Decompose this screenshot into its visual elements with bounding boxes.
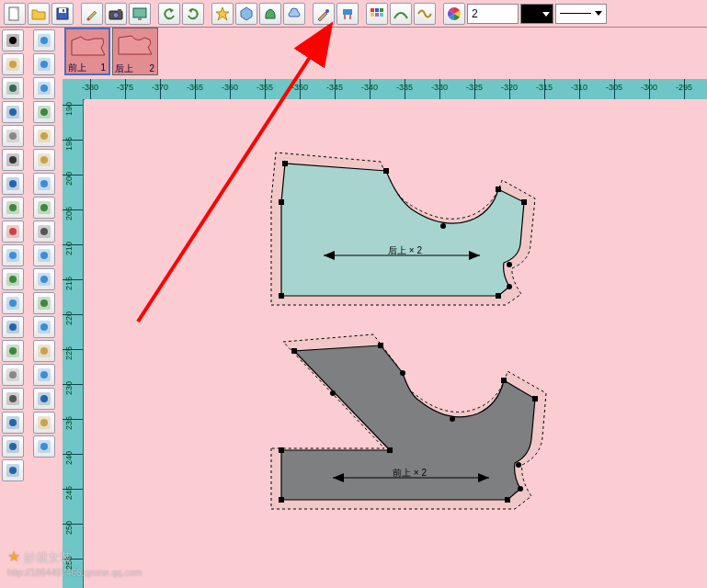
mirror-button[interactable] — [33, 292, 55, 314]
camera-button[interactable] — [105, 3, 127, 25]
svg-point-40 — [9, 228, 17, 235]
drawing-canvas[interactable]: 后上 × 2 — [85, 99, 707, 588]
ruler-h-tick: -315 — [544, 79, 545, 99]
pencil-button[interactable] — [2, 53, 24, 75]
svg-rect-9 — [138, 17, 142, 20]
pocket-button[interactable] — [33, 53, 55, 75]
ruler-v-tick: 255 — [63, 559, 83, 560]
svg-rect-17 — [375, 8, 379, 12]
tool-blue-button[interactable] — [336, 3, 359, 25]
svg-rect-103 — [282, 161, 288, 166]
piece-curve-button[interactable] — [33, 316, 55, 338]
paint-button[interactable] — [81, 3, 103, 25]
piece-blue-button[interactable] — [33, 29, 55, 51]
dart-button[interactable] — [33, 125, 55, 147]
glasses-button[interactable] — [2, 149, 24, 171]
polygon-tool-button[interactable] — [235, 3, 257, 25]
star-tool-button[interactable] — [211, 3, 234, 25]
svg-point-118 — [400, 370, 405, 376]
pattern-piece-front[interactable]: 前上 × 2 — [268, 329, 563, 522]
svg-point-54 — [9, 395, 17, 402]
pattern-piece-back[interactable]: 后上 × 2 — [268, 145, 553, 320]
sewing-button[interactable] — [33, 197, 55, 219]
shape-cloud-button[interactable] — [283, 3, 305, 25]
left-toolbar — [0, 28, 31, 483]
shape-green-button[interactable] — [259, 3, 281, 25]
ruler-h-tick: -310 — [579, 79, 580, 99]
redo-button[interactable] — [182, 3, 204, 25]
ruler-v-tick: 220 — [63, 314, 83, 315]
piece-label-front: 前上 × 2 — [393, 467, 427, 480]
save-button[interactable] — [51, 3, 74, 25]
line-style-picker[interactable] — [555, 4, 607, 24]
hanger-button[interactable] — [2, 220, 24, 243]
dashed-button[interactable] — [33, 388, 55, 410]
t-tool-button[interactable] — [2, 459, 24, 481]
ruler-h-tick: -320 — [509, 79, 510, 99]
layer-button[interactable] — [2, 292, 24, 314]
node-edit-button[interactable] — [2, 101, 24, 123]
circle-tool-button[interactable] — [2, 340, 24, 362]
ruler-v-tick: 215 — [63, 279, 83, 280]
fold-button[interactable] — [2, 244, 24, 266]
rotate-button[interactable] — [33, 340, 55, 362]
svg-rect-116 — [291, 348, 297, 354]
piece-green-button[interactable] — [33, 101, 55, 123]
svg-point-121 — [518, 486, 523, 492]
ruler-h-tick: -355 — [265, 79, 266, 99]
curve2-button[interactable] — [414, 3, 436, 25]
pattern-thumb-back[interactable]: 后上 2 — [112, 28, 158, 75]
scissors-green-button[interactable] — [2, 197, 24, 219]
palette-button[interactable] — [366, 3, 388, 25]
flag-button[interactable] — [2, 268, 24, 290]
svg-marker-13 — [241, 7, 252, 20]
pattern-thumb-strip: 前上 1 后上 2 — [64, 28, 158, 79]
hash-button[interactable] — [2, 435, 24, 458]
svg-rect-102 — [383, 168, 389, 174]
page-button[interactable] — [2, 364, 24, 386]
curve1-button[interactable] — [390, 3, 412, 25]
svg-point-66 — [40, 85, 48, 92]
screen-button[interactable] — [129, 3, 151, 25]
svg-point-52 — [9, 371, 17, 379]
machine-button[interactable] — [33, 220, 55, 243]
svg-rect-3 — [63, 9, 64, 12]
svg-point-4 — [87, 17, 90, 20]
color-picker[interactable] — [520, 4, 553, 24]
svg-point-56 — [9, 419, 17, 426]
measure-button[interactable] — [2, 125, 24, 147]
ruler-v-tick: 230 — [63, 384, 83, 385]
stroke-width-input[interactable] — [467, 4, 519, 24]
svg-rect-20 — [375, 13, 379, 17]
svg-rect-8 — [133, 8, 146, 17]
button-button[interactable] — [33, 173, 55, 195]
rect-button[interactable] — [2, 77, 24, 99]
svg-rect-99 — [496, 293, 501, 299]
undo-button[interactable] — [158, 3, 180, 25]
spiral-button[interactable] — [2, 316, 24, 338]
svg-rect-117 — [387, 447, 393, 453]
horizontal-ruler[interactable]: -380-375-370-365-360-355-350-345-340-335… — [85, 79, 707, 100]
align-button[interactable] — [33, 268, 55, 290]
compass-button[interactable] — [2, 173, 24, 195]
arc-button[interactable] — [33, 77, 55, 99]
wave-button[interactable] — [2, 412, 24, 434]
vertical-ruler[interactable]: 1901952002052102152202252302352402452502… — [63, 99, 84, 588]
color-wheel-button[interactable] — [443, 3, 465, 25]
brush-button[interactable] — [313, 3, 335, 25]
ruler-button[interactable] — [33, 149, 55, 171]
grid-button[interactable] — [33, 412, 55, 434]
seam-button[interactable] — [33, 244, 55, 266]
svg-point-38 — [9, 204, 17, 211]
open-button[interactable] — [28, 3, 50, 25]
svg-rect-18 — [380, 8, 383, 12]
pointer-button[interactable] — [2, 29, 24, 51]
ruler-h-tick: -360 — [230, 79, 231, 99]
tile-button[interactable] — [33, 435, 55, 458]
pattern-thumb-front[interactable]: 前上 1 — [64, 28, 110, 75]
new-button[interactable] — [4, 3, 26, 25]
ruler-v-tick: 250 — [63, 524, 83, 525]
svg-point-104 — [440, 223, 446, 229]
lock-button[interactable] — [33, 364, 55, 386]
scissors-button[interactable] — [2, 388, 24, 410]
